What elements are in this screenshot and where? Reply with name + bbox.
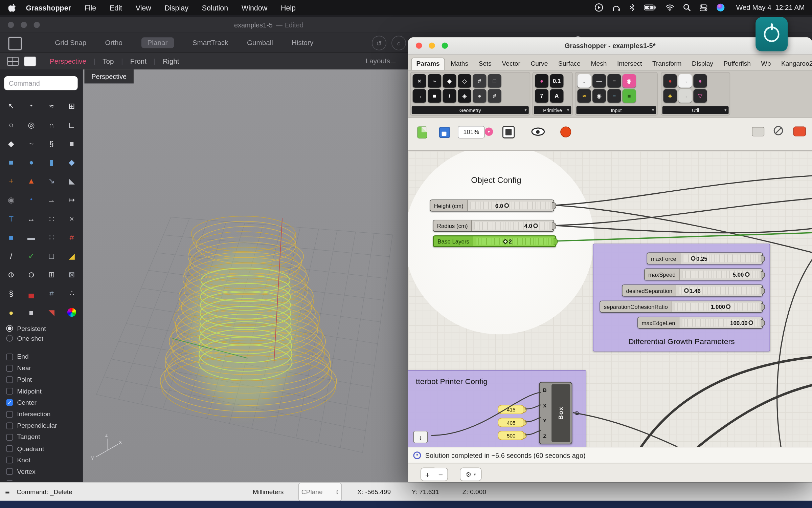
zoom-button[interactable] <box>442 43 448 49</box>
zoom-out-button[interactable]: − <box>434 468 448 481</box>
tab-maths[interactable]: Maths <box>446 58 473 70</box>
menu-display[interactable]: Display <box>165 3 188 12</box>
toggle-planar[interactable]: Planar <box>141 37 174 48</box>
graph-mapper-icon[interactable]: ≈ <box>578 89 591 103</box>
point-on-curve-icon[interactable]: ● <box>24 192 39 207</box>
ellipse-icon[interactable]: ◎ <box>24 117 39 132</box>
cherry-picker-icon[interactable]: ● <box>663 74 677 88</box>
param-colour-icon[interactable]: ● <box>535 74 548 88</box>
slider-knob-icon[interactable] <box>503 238 509 244</box>
rectangle-icon[interactable]: □ <box>64 117 80 132</box>
apple-menu[interactable] <box>7 3 17 12</box>
item-list-icon[interactable]: ≡ <box>607 89 621 103</box>
osnap-intersection[interactable]: Intersection <box>6 408 82 420</box>
cylinder-icon[interactable]: ▮ <box>44 154 59 170</box>
tab-wb[interactable]: Wb <box>757 58 775 70</box>
box-output[interactable]: B <box>575 410 579 416</box>
battery-icon[interactable] <box>644 4 657 11</box>
rect-select-icon[interactable]: ⊞ <box>64 98 80 113</box>
menu-edit[interactable]: Edit <box>110 3 122 12</box>
tab-vector[interactable]: Vector <box>497 58 525 70</box>
import-icon[interactable]: ↓ <box>413 431 428 443</box>
value-box[interactable]: 405 <box>498 418 525 427</box>
ribbon-label-util[interactable]: Util▾ <box>662 106 729 114</box>
tab-kangaroo2[interactable]: Kangaroo2 <box>776 58 812 70</box>
lock-icon[interactable]: ■ <box>24 304 39 320</box>
units-label[interactable]: Millimeters <box>253 483 284 501</box>
circle-icon[interactable]: ○ <box>3 117 19 132</box>
ribbon-label-geometry[interactable]: Geometry▾ <box>412 106 529 114</box>
param-line-icon[interactable]: / <box>443 89 456 103</box>
tab-intersect[interactable]: Intersect <box>612 58 647 70</box>
lamp-icon[interactable]: ● <box>3 304 19 320</box>
param-curve-icon[interactable]: ~ <box>428 74 441 88</box>
box-input-y[interactable]: Y <box>543 418 546 424</box>
slider-radius-cm[interactable]: Radius (cm)4.0 <box>433 220 554 232</box>
menu-window[interactable]: Window <box>242 3 267 12</box>
toggle-ortho[interactable]: Ortho <box>105 39 122 47</box>
display-mode-icon[interactable] <box>24 57 36 66</box>
disable-preview-icon[interactable] <box>774 126 783 135</box>
param-number-icon[interactable]: 0.1 <box>550 74 564 88</box>
grid-points-icon[interactable]: ∷ <box>44 229 59 245</box>
flame-icon[interactable]: ▲ <box>24 173 39 189</box>
tab-transform[interactable]: Transform <box>648 58 686 70</box>
box-input-b[interactable]: B <box>543 387 547 393</box>
box-icon[interactable]: ■ <box>3 154 19 170</box>
slider-knob-icon[interactable] <box>726 304 731 309</box>
number-slider-icon[interactable]: ◉ <box>623 74 636 88</box>
param-surface-icon[interactable]: ◆ <box>443 74 456 88</box>
zoom-extents-icon[interactable]: ⊠ <box>64 267 80 282</box>
siri-icon[interactable] <box>716 3 725 12</box>
param-geometry-icon[interactable]: □ <box>488 74 501 88</box>
pencil-icon[interactable]: / <box>3 248 19 264</box>
slider-knob-icon[interactable] <box>504 203 509 208</box>
sphere-icon[interactable]: ● <box>24 154 39 170</box>
box-component[interactable]: BXYZ Box B <box>539 382 572 444</box>
toggle-smarttrack[interactable]: SmartTrack <box>193 39 228 47</box>
menu-solution[interactable]: Solution <box>202 3 228 12</box>
tree-icon[interactable]: ♣ <box>663 89 677 103</box>
polygon-icon[interactable]: ◆ <box>3 135 19 151</box>
pointcloud-icon[interactable]: ∴ <box>64 285 80 301</box>
status-menu-icon[interactable]: ≡ <box>5 483 9 501</box>
tab-display[interactable]: Display <box>687 58 718 70</box>
menu-clock[interactable]: Wed May 4 12:21 AM <box>736 4 805 12</box>
bluetooth-icon[interactable] <box>629 4 635 12</box>
car-icon[interactable]: ▄ <box>24 285 39 301</box>
differential-growth-group[interactable]: Differential Growth Parameters maxForce0… <box>593 244 770 351</box>
slider-base-layers[interactable]: Base Layers2 <box>433 235 556 247</box>
slab-icon[interactable]: ▬ <box>24 229 39 245</box>
ribbon-label-primitive[interactable]: Primitive▾ <box>534 106 571 114</box>
save-icon[interactable] <box>439 127 450 138</box>
array-icon[interactable]: ∷ <box>44 211 59 226</box>
pointer-icon[interactable]: ↖ <box>3 98 19 113</box>
osnap-quadrant[interactable]: Quadrant <box>6 443 82 454</box>
blend-icon[interactable]: ◉ <box>3 192 19 207</box>
check-icon[interactable]: ✓ <box>24 248 39 264</box>
box-input-z[interactable]: Z <box>543 433 546 439</box>
now-playing-icon[interactable] <box>595 3 604 12</box>
param-integer-icon[interactable]: 7 <box>535 89 548 103</box>
settings-button[interactable]: ⚙ ▾ <box>460 468 481 481</box>
osnap-mode-persistent[interactable]: Persistent <box>6 323 82 333</box>
helix-icon[interactable]: § <box>44 135 59 151</box>
ramp-icon[interactable]: ◥ <box>44 304 59 320</box>
grasshopper-canvas[interactable]: Object Config Height (cm)6.0Radius (cm)4… <box>408 151 812 447</box>
preview-eye-icon[interactable] <box>531 128 545 136</box>
undo-button[interactable]: ↺ <box>372 36 386 50</box>
tab-sets[interactable]: Sets <box>474 58 496 70</box>
curve-end-icon[interactable]: ↦ <box>64 192 80 207</box>
zoom-extents-icon[interactable] <box>502 126 515 139</box>
galapagos-icon[interactable]: ▽ <box>693 89 707 103</box>
tab-surface[interactable]: Surface <box>554 58 585 70</box>
jump-icon[interactable]: → <box>678 74 692 88</box>
param-point-icon[interactable]: × <box>413 74 426 88</box>
view-tab-perspective[interactable]: Perspective <box>50 58 86 65</box>
swirl-icon[interactable]: § <box>3 285 19 301</box>
osnap-vertex[interactable]: Vertex <box>6 466 82 478</box>
menu-file[interactable]: File <box>85 3 96 12</box>
zoom-dropdown-button[interactable]: ▾ <box>485 128 493 136</box>
text-icon[interactable]: T <box>3 211 19 226</box>
value-list-icon[interactable]: ≡ <box>607 74 621 88</box>
